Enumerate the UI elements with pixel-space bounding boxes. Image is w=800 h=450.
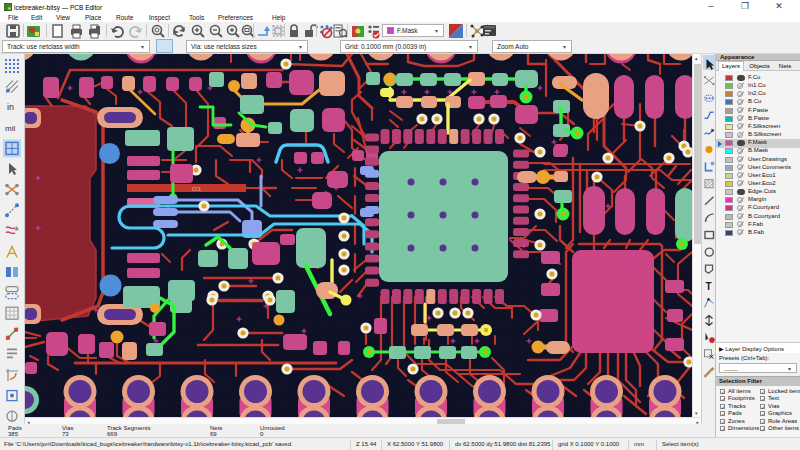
svg-text:T: T	[706, 281, 712, 292]
svg-text:mil: mil	[5, 124, 15, 133]
svg-text:in: in	[7, 102, 14, 112]
svg-text:CC1: CC1	[192, 187, 201, 193]
